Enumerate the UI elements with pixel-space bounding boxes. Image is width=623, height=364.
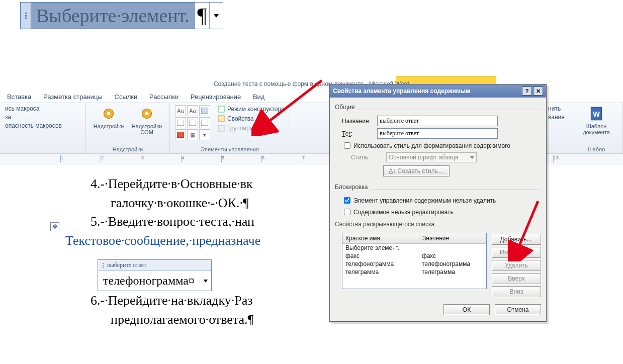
section-lock: Блокировка — [335, 184, 368, 191]
list-item[interactable]: телефонограммателефонограмма — [342, 260, 486, 268]
design-mode-button[interactable]: Режим конструктора — [217, 105, 285, 113]
dropdown-icon — [189, 120, 196, 126]
tab-review[interactable]: Рецензирование — [186, 92, 246, 102]
svg-point-3 — [145, 112, 148, 115]
ribbon-group-protect-partial: нить вание — [543, 103, 570, 153]
richtext-control-icon[interactable]: Aa — [175, 105, 186, 116]
section-list: Свойства раскрывающегося списка — [335, 221, 434, 228]
label-tag: Тег: — [342, 130, 377, 137]
label-no-edit: Содержимое нельзя редактировать — [353, 209, 454, 216]
picture-control-icon[interactable] — [199, 105, 210, 116]
dialog-titlebar[interactable]: Свойства элемента управления содержимым … — [330, 84, 546, 98]
label-name: Название: — [342, 118, 377, 125]
com-addins-button[interactable]: Надстройки COM — [129, 105, 164, 135]
tab-page-layout[interactable]: Разметка страницы — [38, 92, 108, 102]
label-style: Стиль: — [351, 154, 386, 161]
group-icon — [217, 124, 225, 132]
word-template-icon: W — [588, 105, 605, 122]
col-display[interactable]: Краткое имя — [342, 233, 419, 243]
gear-icon — [138, 105, 155, 122]
svg-rect-4 — [201, 108, 208, 114]
paragraph-mark: ¶ — [195, 3, 209, 29]
picture-icon — [201, 108, 208, 114]
combobox-icon — [177, 120, 184, 126]
ribbon-group-addins: Надстройки Надстройки COM Надстройки — [86, 103, 170, 153]
ok-button[interactable]: ОК — [443, 304, 490, 315]
protect-label-2[interactable]: вание — [548, 114, 565, 121]
list-item[interactable]: телеграммателеграмма — [342, 268, 486, 276]
macro-record-label[interactable]: ись макроса — [5, 105, 62, 112]
ribbon-group-macros-partial: ись макроса за опасность макросов — [0, 103, 86, 153]
plaintext-control-icon[interactable]: Aa — [187, 105, 198, 116]
doc-line-5: 5.-·Введите·вопрос·теста,·нап — [91, 214, 254, 229]
list-item[interactable]: факсфакс — [342, 252, 486, 260]
tab-references[interactable]: Ссылки — [110, 92, 143, 102]
building-block-icon[interactable]: ▦ — [187, 129, 198, 140]
inline-control-value: телефонограмма¤ — [98, 271, 200, 291]
svg-rect-9 — [218, 106, 224, 112]
svg-rect-7 — [201, 120, 208, 126]
tab-mailings[interactable]: Рассылки — [144, 92, 184, 102]
checkbox-no-edit[interactable] — [344, 209, 350, 215]
svg-point-1 — [107, 112, 110, 115]
label-no-delete: Элемент управления содержимым нельзя уда… — [353, 197, 496, 204]
doc-blue-text-a: Текстовое·сообщение,·предназначе — [65, 233, 260, 248]
addins-button[interactable]: Надстройки — [91, 105, 126, 129]
ribbon-group-template: W Шаблон документа Шабло — [570, 103, 623, 153]
up-button: Вверх — [492, 273, 541, 284]
dialog-title: Свойства элемента управления содержимым — [333, 87, 470, 95]
content-control-handle[interactable] — [21, 3, 31, 29]
content-control-dropdown-arrow[interactable] — [209, 3, 223, 29]
macro-security-label[interactable]: опасность макросов — [5, 122, 62, 129]
section-general: Общие — [335, 104, 354, 111]
ribbon-group-controls: Aa Aa ▦ ▾ Режим конструктора — [170, 103, 290, 153]
checkbox-use-style[interactable] — [344, 142, 350, 149]
object-anchor-icon[interactable]: ✥ — [50, 222, 59, 231]
inline-control-dropdown-arrow[interactable] — [200, 280, 211, 283]
combo-control-icon[interactable] — [175, 117, 186, 128]
more-controls-icon[interactable]: ▾ — [199, 129, 210, 140]
protect-label-1[interactable]: нить — [548, 105, 565, 112]
inline-content-control[interactable]: выберите ответ телефонограмма¤ — [98, 259, 212, 291]
edit-button: Изменить… — [492, 247, 541, 258]
down-button: Вниз — [492, 286, 541, 297]
svg-text:W: W — [593, 110, 600, 118]
col-value[interactable]: Значение — [419, 233, 486, 243]
svg-rect-6 — [189, 120, 196, 126]
tab-view[interactable]: Вид — [248, 92, 270, 102]
svg-rect-10 — [218, 116, 224, 122]
legacy-tools-icon[interactable] — [175, 129, 186, 140]
new-style-button: A↓ Создать стиль… — [383, 165, 450, 176]
content-control-placeholder[interactable]: Выберите·элемент. — [31, 3, 195, 29]
toolbox-icon — [177, 132, 184, 138]
doc-line-6c: предполагаемого·ответа.¶ — [111, 312, 253, 327]
macro-pause-label[interactable]: за — [5, 114, 62, 121]
cancel-button[interactable]: Отмена — [495, 304, 541, 315]
tab-insert[interactable]: Вставка — [2, 92, 36, 102]
doc-line-4c: галочку·в·окошке·-·ОК.·¶ — [111, 196, 249, 210]
dialog-help-button[interactable]: ? — [522, 86, 532, 96]
hand-sheet-icon — [217, 115, 225, 123]
dropdown-items-list[interactable]: Краткое имя Значение Выберите элемент. ф… — [342, 233, 487, 289]
group-caption-addins: Надстройки — [91, 146, 164, 152]
ruler-pencil-icon — [217, 105, 225, 113]
delete-button: Удалить — [492, 260, 541, 271]
dialog-close-button[interactable]: ✕ — [533, 86, 543, 96]
svg-rect-8 — [177, 132, 184, 138]
input-name[interactable] — [377, 116, 498, 126]
calendar-icon — [201, 120, 208, 126]
input-tag[interactable] — [377, 128, 498, 139]
document-template-button[interactable]: W Шаблон документа — [575, 105, 617, 135]
svg-rect-5 — [177, 120, 184, 126]
dropdown-control-icon[interactable] — [187, 117, 198, 128]
content-control-selected[interactable]: Выберите·элемент. ¶ — [20, 2, 223, 29]
properties-button[interactable]: Свойства — [217, 115, 285, 123]
date-control-icon[interactable] — [199, 117, 210, 128]
add-button[interactable]: Добавить… — [492, 234, 541, 245]
inline-control-tag[interactable]: выберите ответ — [98, 260, 211, 271]
list-item[interactable]: Выберите элемент. — [342, 244, 486, 252]
svg-rect-11 — [218, 125, 224, 131]
checkbox-no-delete[interactable] — [344, 197, 350, 204]
group-caption-template: Шабло — [575, 146, 617, 152]
doc-line-4a: 4.-·Перейдите·в·Основные·вк — [91, 176, 253, 191]
